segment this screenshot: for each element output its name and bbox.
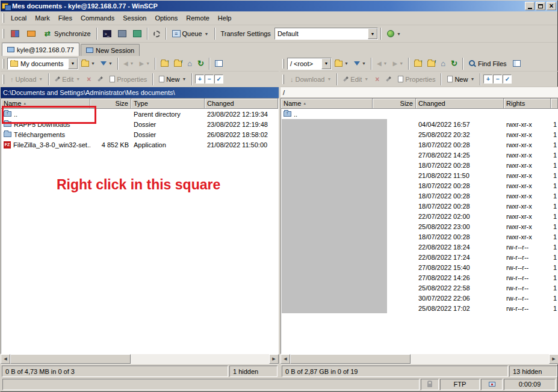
toolbar-grip[interactable] [2,29,4,38]
local-open-directory-button[interactable]: ▼ [79,57,98,70]
local-file-row[interactable]: FZFileZilla_3-8-0_win32-set...4 852 KBAp… [1,139,278,150]
column-header-changed[interactable]: Changed [416,99,504,109]
toolbar-grip[interactable] [2,59,4,69]
minimize-button[interactable] [525,2,535,10]
remote-new-button[interactable]: New▼ [444,73,477,86]
local-back-button[interactable]: ◀▼ [121,57,137,70]
remote-forward-button[interactable]: ▶▼ [391,57,406,70]
synchronize-browsing-button[interactable] [23,27,39,40]
console-button[interactable]: >_ [100,27,114,40]
local-file-row[interactable]: TéléchargementsDossier26/08/2022 18:58:0… [1,129,278,139]
menu-item-options[interactable]: Options [150,13,182,23]
local-invert-selection-button[interactable]: ✓ [214,75,223,84]
queue-button[interactable]: ≡Queue▼ [169,27,212,40]
remote-tree-button[interactable] [510,57,523,70]
column-header-size[interactable]: Size [90,99,131,109]
local-tree-button[interactable] [212,57,225,70]
local-new-button[interactable]: New▼ [156,73,189,86]
scroll-left-icon[interactable]: ◀ [1,354,10,364]
remote-drive-select[interactable]: / <root> ▼ [287,58,332,70]
local-home-button[interactable]: ⌂ [185,57,194,70]
chevron-down-icon: ▼ [344,61,349,66]
remote-back-button[interactable]: ◀▼ [374,57,390,70]
menu-item-files[interactable]: Files [54,13,76,23]
scrollbar-thumb[interactable] [290,354,411,364]
remote-open-directory-button[interactable]: ▼ [332,57,351,70]
chevron-down-icon[interactable]: ▼ [321,58,331,69]
column-header-owner[interactable] [551,99,558,109]
remote-root-directory-button[interactable]: / [425,57,438,70]
local-forward-button[interactable]: ▶▼ [137,57,153,70]
forward-arrow-icon: ▶ [393,60,398,67]
menu-item-local[interactable]: Local [7,13,31,23]
remote-filter-button[interactable]: ▼ [352,57,368,70]
file-owner: 1 [551,283,558,293]
explore-button[interactable] [130,27,144,40]
preferences-button[interactable] [150,27,163,40]
scrollbar-track[interactable] [411,354,549,364]
local-filter-button[interactable]: ▼ [98,57,115,70]
remote-file-row[interactable]: .. [281,109,558,119]
local-delete-button[interactable]: × [84,73,94,86]
column-header-rights[interactable]: Rights [504,99,551,109]
scroll-left-icon[interactable]: ◀ [281,354,290,364]
chevron-down-icon[interactable]: ▼ [368,28,377,39]
menu-item-mark[interactable]: Mark [31,13,54,23]
local-rename-button[interactable] [95,73,106,86]
scroll-right-icon[interactable]: ▶ [269,354,279,364]
tab-new-session[interactable]: New Session [81,44,140,56]
menu-item-commands[interactable]: Commands [76,13,119,23]
scrollbar-track[interactable] [131,354,269,364]
toolbar-grip[interactable] [2,75,4,84]
remote-horizontal-scrollbar[interactable]: ◀ ▶ [281,354,558,364]
local-refresh-button[interactable]: ↻ [195,57,206,70]
remote-delete-button[interactable]: × [372,73,382,86]
scroll-right-icon[interactable]: ▶ [549,354,558,364]
compare-directories-button[interactable] [7,27,23,40]
menu-item-session[interactable]: Session [119,13,150,23]
chevron-down-icon[interactable]: ▼ [68,58,78,69]
local-root-directory-button[interactable]: / [172,57,184,70]
local-edit-button[interactable]: Edit▼ [52,73,83,86]
menu-item-help[interactable]: Help [214,13,236,23]
download-button[interactable]: ↓Download▼ [287,73,334,86]
local-drive-select[interactable]: My documents ▼ [7,58,78,70]
local-path-bar[interactable]: C:\Documents and Settings\Administrator\… [1,87,279,98]
remote-select-button[interactable]: + [483,75,492,84]
remote-home-button[interactable]: ⌂ [438,57,448,70]
column-header-type[interactable]: Type [131,99,205,109]
column-header-changed[interactable]: Changed [205,99,278,109]
remote-path-bar[interactable]: / [281,87,558,98]
toolbar-grip[interactable] [282,59,284,69]
scrollbar-thumb[interactable] [10,354,131,364]
remote-rename-button[interactable] [383,73,394,86]
tab-session[interactable]: kyle@192.168.0.77 [2,43,79,56]
local-unselect-button[interactable]: − [205,75,214,84]
remote-parent-directory-button[interactable]: ↑ [412,57,424,70]
remote-edit-button[interactable]: Edit▼ [340,73,371,86]
local-parent-directory-button[interactable]: ↑ [158,57,171,70]
transfer-settings-select[interactable]: Default ▼ [274,28,378,40]
local-select-button[interactable]: + [195,75,204,84]
upload-button[interactable]: ↑Upload▼ [7,73,46,86]
local-hidden-count: 1 hidden [229,366,277,377]
find-files-button[interactable]: Find Files [466,57,510,70]
putty-button[interactable] [115,27,129,40]
remote-properties-button[interactable]: Properties [395,73,438,86]
toolbar-grip[interactable] [282,75,284,84]
local-horizontal-scrollbar[interactable]: ◀ ▶ [1,354,279,364]
session-settings-button[interactable]: ▼ [384,27,404,40]
file-owner: 1 [551,272,558,283]
column-header-size[interactable]: Size [373,99,416,109]
file-changed: 22/08/2022 17:24 [416,252,504,262]
local-properties-button[interactable]: Properties [107,73,150,86]
synchronize-button[interactable]: ⇄Synchronize [40,27,94,40]
remote-unselect-button[interactable]: − [493,75,502,84]
column-header-name[interactable]: Name▲ [281,99,373,109]
remote-refresh-button[interactable]: ↻ [448,57,460,70]
close-button[interactable]: × [547,2,556,10]
remote-invert-selection-button[interactable]: ✓ [503,75,512,84]
menu-item-remote[interactable]: Remote [182,13,214,23]
maximize-button[interactable] [536,2,545,10]
toolbar-grip[interactable] [2,13,4,23]
